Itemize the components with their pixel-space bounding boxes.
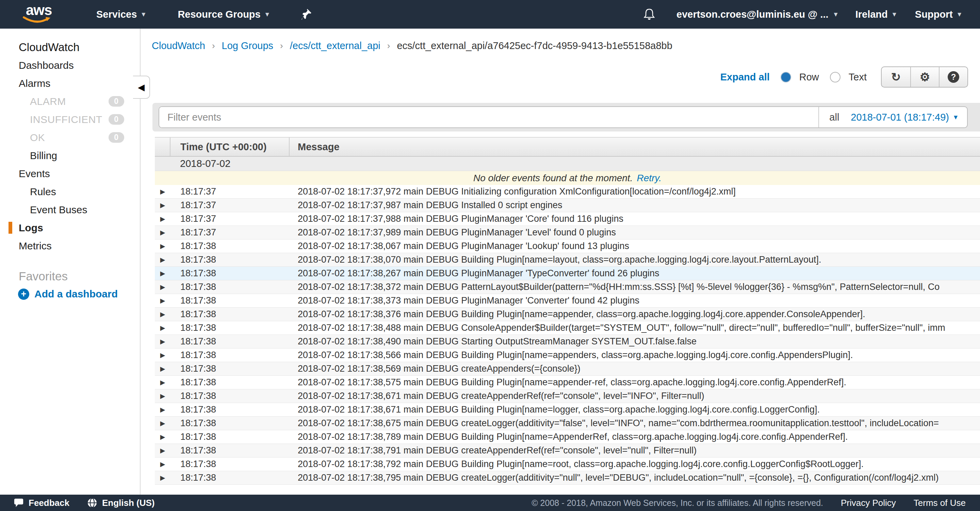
language-label: English (US) [102, 498, 155, 508]
expand-row-icon[interactable] [155, 283, 170, 291]
refresh-button[interactable]: ↻ [882, 67, 910, 87]
log-row[interactable]: 18:17:38 2018-07-02 18:17:38,566 main DE… [155, 348, 980, 362]
expand-all-link[interactable]: Expand all [721, 72, 770, 83]
aws-logo[interactable]: aws [20, 4, 57, 24]
sidebar-item-label: Events [19, 168, 50, 179]
expand-row-icon[interactable] [155, 297, 170, 305]
expand-row-icon[interactable] [155, 433, 170, 441]
nav-resource-groups[interactable]: Resource Groups ▾ [178, 9, 269, 20]
expand-row-icon[interactable] [155, 406, 170, 414]
time-range-dropdown[interactable]: 2018-07-01 (18:17:49) ▾ [851, 112, 967, 123]
log-row[interactable]: 18:17:37 2018-07-02 18:17:37,988 main DE… [155, 212, 980, 226]
radio-text[interactable] [830, 72, 840, 83]
time-column-header: Time (UTC +00:00) [170, 137, 290, 156]
log-row[interactable]: 18:17:38 2018-07-02 18:17:38,267 main DE… [155, 267, 980, 280]
sidebar-item-dashboards[interactable]: Dashboards [0, 56, 140, 74]
expand-row-icon[interactable] [155, 188, 170, 196]
log-row[interactable]: 18:17:38 2018-07-02 18:17:38,789 main DE… [155, 430, 980, 444]
expand-row-icon[interactable] [155, 256, 170, 263]
settings-button[interactable]: ⚙ [910, 67, 939, 87]
radio-row[interactable] [781, 72, 791, 83]
sidebar-collapse-handle[interactable]: ◀ [133, 76, 150, 99]
log-row[interactable]: 18:17:37 2018-07-02 18:17:37,972 main DE… [155, 185, 980, 199]
nav-services-label: Services [96, 9, 137, 20]
time-range-value: 2018-07-01 (18:17:49) [851, 112, 949, 123]
filter-events-input[interactable] [159, 107, 818, 128]
support-menu[interactable]: Support ▾ [915, 9, 961, 20]
expand-row-icon[interactable] [155, 242, 170, 250]
feedback-button[interactable]: Feedback [14, 498, 69, 508]
sidebar-item-logs[interactable]: Logs [0, 219, 140, 237]
sidebar-item-rules[interactable]: Rules [0, 183, 140, 201]
question-icon: ? [948, 71, 959, 83]
log-row[interactable]: 18:17:38 2018-07-02 18:17:38,490 main DE… [155, 335, 980, 348]
expand-row-icon[interactable] [155, 351, 170, 359]
expand-row-icon[interactable] [155, 270, 170, 277]
terms-of-use-link[interactable]: Terms of Use [914, 498, 966, 508]
log-row[interactable]: 18:17:38 2018-07-02 18:17:38,569 main DE… [155, 362, 980, 376]
log-row[interactable]: 18:17:37 2018-07-02 18:17:37,989 main DE… [155, 226, 980, 240]
footer: Feedback English (US) © 2008 - 2018, Ama… [0, 495, 980, 511]
nav-resource-groups-label: Resource Groups [178, 9, 260, 20]
expand-row-icon[interactable] [155, 201, 170, 209]
breadcrumb-log-groups[interactable]: Log Groups [222, 40, 274, 51]
log-row[interactable]: 18:17:38 2018-07-02 18:17:38,671 main DE… [155, 403, 980, 417]
log-row[interactable]: 18:17:38 2018-07-02 18:17:38,575 main DE… [155, 376, 980, 390]
breadcrumb: CloudWatch › Log Groups › /ecs/ctt_exter… [140, 29, 980, 53]
sidebar-item-events[interactable]: Events [0, 164, 140, 183]
language-selector[interactable]: English (US) [87, 498, 155, 508]
expand-row-icon[interactable] [155, 310, 170, 318]
expand-row-icon[interactable] [155, 419, 170, 427]
expand-row-icon[interactable] [155, 392, 170, 400]
log-row[interactable]: 18:17:38 2018-07-02 18:17:38,671 main DE… [155, 390, 980, 403]
pin-icon[interactable] [301, 8, 312, 20]
log-row[interactable]: 18:17:38 2018-07-02 18:17:38,488 main DE… [155, 321, 980, 335]
retry-link[interactable]: Retry. [637, 173, 662, 184]
account-menu[interactable]: evertson.croes@luminis.eu @ ... ▾ [676, 9, 838, 20]
log-time: 18:17:38 [170, 241, 290, 251]
sidebar-item-alarms[interactable]: Alarms [0, 74, 140, 92]
breadcrumb-log-group[interactable]: /ecs/ctt_external_api [290, 40, 380, 51]
add-dashboard-link[interactable]: + Add a dashboard [0, 288, 140, 300]
log-message: 2018-07-02 18:17:38,070 main DEBUG Build… [290, 254, 980, 265]
expand-row-icon[interactable] [155, 460, 170, 468]
sidebar-item-ok[interactable]: OK 0 [0, 128, 140, 147]
expand-row-icon[interactable] [155, 215, 170, 223]
log-time: 18:17:38 [170, 473, 290, 483]
chevron-down-icon: ▾ [834, 10, 838, 19]
sidebar-item-billing[interactable]: Billing [0, 147, 140, 164]
log-row[interactable]: 18:17:38 2018-07-02 18:17:38,372 main DE… [155, 280, 980, 294]
expand-row-icon[interactable] [155, 378, 170, 386]
expand-row-icon[interactable] [155, 365, 170, 373]
nav-services[interactable]: Services ▾ [96, 9, 145, 20]
log-row[interactable]: 18:17:38 2018-07-02 18:17:38,067 main DE… [155, 240, 980, 253]
region-menu[interactable]: Ireland ▾ [856, 9, 896, 20]
sidebar-item-cloudwatch[interactable]: CloudWatch [0, 38, 140, 56]
expand-row-icon[interactable] [155, 324, 170, 332]
no-older-events-text: No older events found at the moment. [473, 173, 633, 184]
expand-row-icon[interactable] [155, 338, 170, 345]
expand-row-icon[interactable] [155, 228, 170, 236]
region-label: Ireland [856, 9, 888, 20]
notifications-bell-icon[interactable] [643, 8, 655, 21]
log-message: 2018-07-02 18:17:38,373 main DEBUG Plugi… [290, 295, 980, 306]
expand-row-icon[interactable] [155, 474, 170, 482]
privacy-policy-link[interactable]: Privacy Policy [841, 498, 896, 508]
breadcrumb-cloudwatch[interactable]: CloudWatch [152, 40, 205, 51]
log-row[interactable]: 18:17:38 2018-07-02 18:17:38,070 main DE… [155, 253, 980, 267]
expand-row-icon[interactable] [155, 447, 170, 454]
log-row[interactable]: 18:17:38 2018-07-02 18:17:38,795 main DE… [155, 471, 980, 485]
count-badge: 0 [108, 114, 124, 125]
log-row[interactable]: 18:17:38 2018-07-02 18:17:38,675 main DE… [155, 417, 980, 430]
log-row[interactable]: 18:17:38 2018-07-02 18:17:38,376 main DE… [155, 308, 980, 321]
sidebar-item-event-buses[interactable]: Event Buses [0, 201, 140, 219]
log-row[interactable]: 18:17:38 2018-07-02 18:17:38,791 main DE… [155, 444, 980, 458]
sidebar-item-alarm[interactable]: ALARM 0 [0, 92, 140, 110]
log-row[interactable]: 18:17:38 2018-07-02 18:17:38,373 main DE… [155, 294, 980, 308]
sidebar-item-metrics[interactable]: Metrics [0, 237, 140, 255]
log-row[interactable]: 18:17:38 2018-07-02 18:17:38,792 main DE… [155, 458, 980, 471]
help-button[interactable]: ? [939, 67, 967, 87]
add-dashboard-label: Add a dashboard [34, 288, 118, 300]
sidebar-item-insufficient[interactable]: INSUFFICIENT 0 [0, 110, 140, 128]
log-row[interactable]: 18:17:37 2018-07-02 18:17:37,987 main DE… [155, 199, 980, 212]
